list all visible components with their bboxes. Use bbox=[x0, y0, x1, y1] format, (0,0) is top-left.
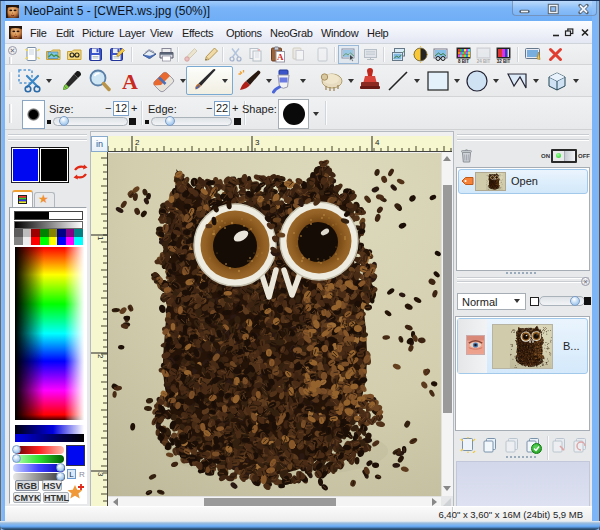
svg-text:2: 2 bbox=[135, 138, 140, 147]
svg-text:A: A bbox=[122, 69, 138, 94]
svg-text:3: 3 bbox=[255, 138, 260, 147]
svg-text:2: 2 bbox=[96, 354, 105, 359]
svg-text:A: A bbox=[277, 52, 284, 62]
svg-text:32 BIT: 32 BIT bbox=[497, 59, 511, 64]
svg-text:8 BIT: 8 BIT bbox=[458, 59, 469, 64]
svg-text:1: 1 bbox=[96, 236, 105, 241]
svg-text:3: 3 bbox=[96, 472, 105, 477]
svg-text:24 BIT: 24 BIT bbox=[477, 59, 491, 64]
svg-text:4: 4 bbox=[375, 138, 380, 147]
